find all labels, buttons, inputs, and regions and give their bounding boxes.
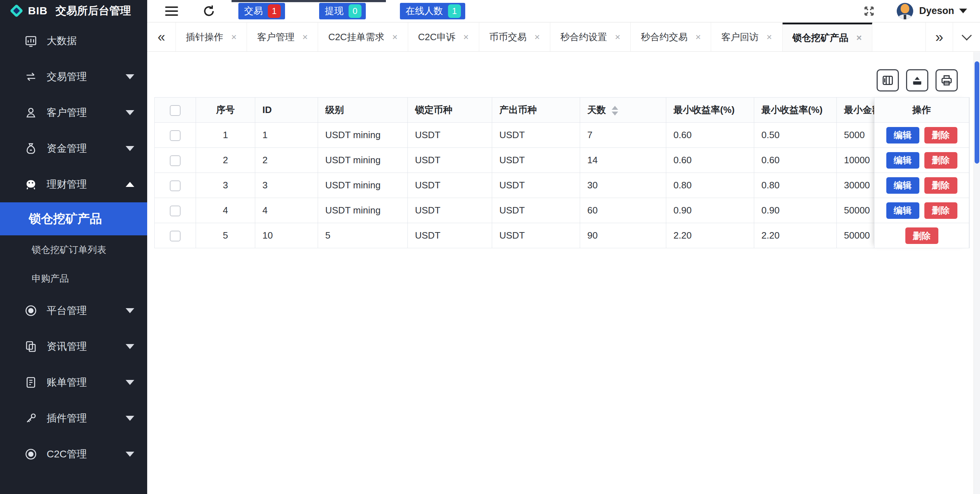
refresh-icon[interactable] — [202, 4, 216, 18]
row-checkbox[interactable] — [170, 155, 181, 166]
close-icon[interactable]: × — [231, 32, 237, 43]
column-settings-button[interactable] — [877, 69, 899, 92]
sidebar-item-bigdata[interactable]: 大数据 — [0, 23, 147, 59]
sidebar-item-platform[interactable]: 平台管理 — [0, 293, 147, 329]
table-row: 2 2 USDT mining USDT USDT 14 0.60 0.60 1… — [155, 148, 970, 173]
row-checkbox[interactable] — [170, 206, 181, 216]
tab-controls: » — [926, 22, 980, 51]
delete-button[interactable]: 删除 — [924, 177, 958, 194]
cell-lock-coin: USDT — [408, 173, 492, 198]
sort-icon[interactable] — [612, 106, 618, 116]
sidebar-item-plugins[interactable]: 插件管理 — [0, 400, 147, 436]
sidebar-item-label: 理财管理 — [47, 178, 87, 191]
delete-button[interactable]: 删除 — [924, 202, 958, 219]
cell-output-coin: USDT — [492, 198, 580, 223]
tab-customer-followup[interactable]: 客户回访 × — [711, 22, 782, 51]
header-actions: 操作 — [875, 98, 969, 123]
printer-icon — [940, 74, 953, 86]
tab-label: 秒合约设置 — [560, 31, 607, 43]
cell-output-coin: USDT — [492, 148, 580, 173]
table-toolbar — [877, 69, 958, 92]
cell-index: 2 — [196, 148, 255, 173]
close-icon[interactable]: × — [767, 32, 772, 43]
sidebar-subitem-lockup-mining-products[interactable]: 锁仓挖矿产品 — [0, 202, 147, 235]
sidebar-item-label: 大数据 — [47, 34, 77, 48]
row-checkbox[interactable] — [170, 130, 181, 141]
cell-min-rate: 2.20 — [666, 223, 754, 248]
close-icon[interactable]: × — [695, 32, 701, 43]
sidebar-item-trading[interactable]: 交易管理 — [0, 59, 147, 95]
username[interactable]: Dyeson — [919, 5, 954, 16]
cell-days: 90 — [580, 223, 666, 248]
sidebar-item-c2c[interactable]: C2C管理 — [0, 436, 147, 472]
edit-button[interactable]: 编辑 — [886, 202, 920, 219]
print-button[interactable] — [935, 69, 958, 92]
sidebar-item-bills[interactable]: 账单管理 — [0, 364, 147, 400]
trade-arrows-icon — [24, 70, 37, 83]
chevron-down-icon — [126, 452, 134, 457]
tabs-more-button[interactable]: » — [926, 22, 953, 51]
header-min-rate: 最小收益率(%) — [666, 98, 754, 123]
cell-level: 5 — [318, 223, 408, 248]
chevron-down-icon — [961, 30, 971, 41]
tab-c2c-appeal[interactable]: C2C申诉 × — [408, 22, 479, 51]
header-index: 序号 — [196, 98, 255, 123]
sidebar-subitem-lockup-mining-orders[interactable]: 锁仓挖矿订单列表 — [0, 235, 147, 264]
sidebar-item-wealth[interactable]: 理财管理 — [0, 167, 147, 202]
cell-index: 5 — [196, 223, 255, 248]
copy-pages-icon — [24, 340, 37, 353]
tab-lockup-mining-products[interactable]: 锁仓挖矿产品 × — [783, 22, 872, 51]
chevron-down-icon — [126, 380, 134, 385]
tabs-collapse-button[interactable]: « — [147, 22, 176, 51]
tab-customer-management[interactable]: 客户管理 × — [247, 22, 318, 51]
submenu-label: 申购产品 — [32, 272, 69, 285]
withdraw-quick-button[interactable]: 提现 0 — [319, 3, 366, 19]
close-icon[interactable]: × — [615, 32, 620, 43]
cell-lock-coin: USDT — [408, 123, 492, 148]
sidebar-item-funds[interactable]: 资金管理 — [0, 130, 147, 167]
close-icon[interactable]: × — [463, 32, 469, 43]
export-button[interactable] — [906, 69, 928, 92]
sidebar-subitem-subscription-products[interactable]: 申购产品 — [0, 264, 147, 293]
sidebar-item-news[interactable]: 资讯管理 — [0, 329, 147, 364]
close-icon[interactable]: × — [392, 32, 398, 43]
close-icon[interactable]: × — [535, 32, 540, 43]
key-icon — [24, 412, 37, 425]
sidebar-item-customer[interactable]: 客户管理 — [0, 95, 147, 130]
cell-days: 60 — [580, 198, 666, 223]
select-all-checkbox[interactable] — [170, 105, 181, 116]
avatar[interactable] — [897, 3, 913, 19]
edit-button[interactable]: 编辑 — [886, 177, 920, 194]
hamburger-menu-icon[interactable] — [165, 6, 178, 16]
chevron-down-icon — [126, 308, 134, 313]
edit-button[interactable]: 编辑 — [886, 127, 920, 143]
fullscreen-icon[interactable] — [862, 4, 876, 18]
edit-button[interactable]: 编辑 — [886, 152, 920, 168]
tab-seconds-contract-trading[interactable]: 秒合约交易 × — [631, 22, 711, 51]
delete-button[interactable]: 删除 — [905, 227, 939, 244]
tab-c2c-order-demand[interactable]: C2C挂单需求 × — [318, 22, 408, 51]
sidebar-header: BIB 交易所后台管理 — [0, 0, 147, 22]
close-icon[interactable]: × — [856, 32, 862, 43]
header-level: 级别 — [318, 98, 408, 123]
delete-button[interactable]: 删除 — [924, 127, 958, 143]
header-output-coin: 产出币种 — [492, 98, 580, 123]
tab-spot-trading[interactable]: 币币交易 × — [479, 22, 550, 51]
tabs-dropdown-button[interactable] — [953, 22, 980, 51]
online-users-button[interactable]: 在线人数 1 — [400, 3, 465, 19]
sidebar-item-label: 账单管理 — [47, 376, 87, 389]
chevron-down-icon[interactable] — [959, 9, 967, 13]
online-users-badge: 1 — [448, 4, 461, 18]
row-actions: 编辑 删除 — [875, 123, 969, 148]
tab-seconds-contract-settings[interactable]: 秒合约设置 × — [550, 22, 631, 51]
tab-pin-operation[interactable]: 插针操作 × — [176, 22, 247, 51]
target-icon — [24, 448, 37, 461]
delete-button[interactable]: 删除 — [924, 152, 958, 168]
close-icon[interactable]: × — [302, 32, 308, 43]
row-actions: 编辑 删除 — [875, 198, 969, 223]
row-checkbox[interactable] — [170, 231, 181, 241]
row-checkbox[interactable] — [170, 181, 181, 191]
cell-days: 7 — [580, 123, 666, 148]
scrollbar-thumb[interactable] — [975, 61, 979, 164]
trade-quick-button[interactable]: 交易 1 — [239, 3, 285, 19]
